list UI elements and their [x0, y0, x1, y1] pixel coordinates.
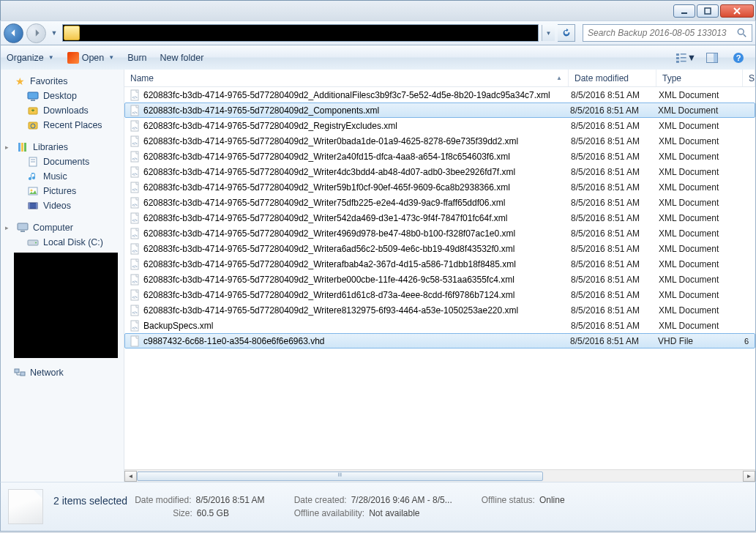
preview-pane-button[interactable]: [701, 50, 723, 66]
file-row[interactable]: </>620883fc-b3db-4714-9765-5d77280409d2_…: [124, 118, 755, 133]
open-button[interactable]: Open▼: [67, 52, 115, 64]
svg-point-33: [35, 242, 37, 244]
file-row[interactable]: </>620883fc-b3db-4714-9765-5d77280409d2_…: [124, 241, 755, 256]
offline-availability-label: Offline availability:: [294, 508, 365, 518]
libraries-icon: [17, 141, 29, 153]
file-row[interactable]: </>620883fc-b3db-4714-9765-5d77280409d2_…: [124, 195, 755, 210]
file-date: 8/5/2016 8:51 AM: [571, 321, 659, 331]
file-row[interactable]: </>620883fc-b3db-4714-9765-5d77280409d2_…: [124, 164, 755, 179]
file-icon: </>: [129, 320, 141, 332]
file-date: 8/5/2016 8:51 AM: [571, 275, 659, 285]
maximize-button[interactable]: [697, 4, 719, 18]
file-row[interactable]: </>620883fc-b3db-4714-9765-5d77280409d2_…: [124, 225, 755, 241]
date-created-value: 7/28/2016 9:46 AM - 8/5...: [351, 495, 452, 505]
forward-button[interactable]: [26, 23, 46, 43]
svg-point-26: [31, 190, 33, 192]
column-label: Date modified: [575, 73, 629, 83]
file-row[interactable]: </>620883fc-b3db-4714-9765-5d77280409d2_…: [124, 256, 755, 272]
file-row[interactable]: </>620883fc-b3db-4714-9765-5d77280409d2_…: [124, 149, 755, 164]
sidebar-item-videos[interactable]: Videos: [1, 198, 124, 213]
scroll-track[interactable]: [137, 471, 743, 482]
sidebar-item-documents[interactable]: Documents: [1, 154, 124, 169]
file-name: 620883fc-b3db-4714-9765-5d77280409d2_Wri…: [143, 213, 507, 223]
office-icon: [67, 52, 79, 64]
help-button[interactable]: ?: [727, 50, 749, 66]
size-value: 60.5 GB: [197, 508, 229, 518]
file-icon: </>: [129, 228, 141, 239]
file-row[interactable]: </>620883fc-b3db-4714-9765-5d77280409d2_…: [124, 87, 755, 102]
file-name: 620883fc-b3db-4714-9765-5d77280409d2_Wri…: [143, 259, 516, 269]
column-label: S: [749, 73, 755, 83]
svg-text:</>: </>: [132, 157, 137, 161]
svg-text:</>: </>: [132, 249, 137, 253]
sidebar-label: Network: [30, 368, 64, 378]
sidebar-item-music[interactable]: Music: [1, 169, 124, 184]
sidebar-favorites[interactable]: ★Favorites: [1, 74, 124, 89]
file-row[interactable]: </>620883fc-b3db-4714-9765-5d77280409d2_…: [124, 133, 755, 149]
file-list[interactable]: </>620883fc-b3db-4714-9765-5d77280409d2_…: [124, 87, 755, 469]
file-date: 8/5/2016 8:51 AM: [571, 228, 659, 239]
search-icon: [737, 28, 747, 38]
organize-button[interactable]: Organize▼: [7, 53, 54, 63]
file-size: 6: [744, 337, 755, 346]
history-dropdown[interactable]: ▼: [49, 29, 59, 37]
sidebar-computer[interactable]: ▸Computer: [1, 220, 124, 235]
file-date: 8/5/2016 8:51 AM: [571, 152, 659, 162]
file-icon: </>: [129, 243, 141, 255]
column-name[interactable]: Name▲: [124, 70, 569, 86]
column-type[interactable]: Type: [656, 70, 743, 86]
file-icon: </>: [129, 166, 141, 178]
close-button[interactable]: [720, 4, 754, 18]
file-row[interactable]: </>620883fc-b3db-4714-9765-5d77280409d2_…: [124, 302, 755, 318]
burn-button[interactable]: Burn: [127, 53, 146, 63]
chevron-down-icon: ▼: [48, 54, 54, 61]
horizontal-scrollbar[interactable]: ◄ ►: [124, 469, 755, 482]
file-row[interactable]: </>620883fc-b3db-4714-9765-5d77280409d2_…: [124, 102, 755, 118]
file-icon: </>: [129, 151, 141, 163]
sidebar-network[interactable]: Network: [1, 365, 124, 380]
sidebar-item-pictures[interactable]: Pictures: [1, 184, 124, 198]
new-folder-button[interactable]: New folder: [160, 53, 204, 63]
sidebar-libraries[interactable]: ▸Libraries: [1, 140, 124, 154]
downloads-icon: [27, 105, 39, 116]
file-date: 8/5/2016 8:51 AM: [571, 90, 659, 100]
file-row[interactable]: </>620883fc-b3db-4714-9765-5d77280409d2_…: [124, 210, 755, 225]
search-box[interactable]: [583, 24, 752, 42]
view-options-button[interactable]: ▼: [675, 50, 697, 66]
svg-rect-68: [131, 336, 138, 346]
file-date: 8/5/2016 8:51 AM: [571, 244, 659, 254]
svg-rect-34: [15, 369, 19, 373]
sidebar-item-desktop[interactable]: Desktop: [1, 89, 124, 103]
file-name: 620883fc-b3db-4714-9765-5d77280409d2_Wri…: [143, 290, 515, 300]
sidebar-item-recent[interactable]: Recent Places: [1, 118, 124, 133]
address-bar[interactable]: [62, 24, 539, 42]
file-row[interactable]: </>620883fc-b3db-4714-9765-5d77280409d2_…: [124, 272, 755, 287]
file-name: 620883fc-b3db-4714-9765-5d77280409d2_Wri…: [143, 198, 505, 208]
search-input[interactable]: [588, 28, 737, 38]
scroll-right-button[interactable]: ►: [743, 471, 755, 482]
address-dropdown[interactable]: ▼: [542, 25, 555, 41]
minimize-button[interactable]: [673, 4, 695, 18]
scroll-thumb[interactable]: [137, 471, 543, 481]
file-name: 620883fc-b3db-4714-9765-5d77280409d2_Wri…: [143, 305, 518, 316]
svg-text:</>: </>: [132, 326, 137, 330]
file-name: 620883fc-b3db-4714-9765-5d77280409d2_Wri…: [143, 182, 510, 193]
file-name: 620883fc-b3db-4714-9765-5d77280409d2_Wri…: [143, 152, 510, 162]
file-row[interactable]: c9887432-6c68-11e0-a354-806e6f6e6963.vhd…: [124, 333, 755, 348]
column-size[interactable]: S: [743, 70, 755, 86]
back-button[interactable]: [4, 23, 23, 43]
date-modified-value: 8/5/2016 8:51 AM: [196, 495, 265, 505]
file-row[interactable]: </>620883fc-b3db-4714-9765-5d77280409d2_…: [124, 179, 755, 195]
file-name: c9887432-6c68-11e0-a354-806e6f6e6963.vhd: [143, 336, 325, 346]
column-date[interactable]: Date modified: [569, 70, 656, 86]
file-type: XML Document: [659, 213, 745, 223]
sidebar-item-localdisk[interactable]: Local Disk (C:): [1, 235, 124, 250]
file-name: 620883fc-b3db-4714-9765-5d77280409d2_Wri…: [143, 228, 515, 239]
file-row[interactable]: </>BackupSpecs.xml8/5/2016 8:51 AMXML Do…: [124, 318, 755, 333]
file-type: XML Document: [659, 198, 745, 208]
file-row[interactable]: </>620883fc-b3db-4714-9765-5d77280409d2_…: [124, 287, 755, 302]
refresh-button[interactable]: [558, 24, 575, 42]
chevron-down-icon: ▼: [687, 53, 696, 63]
scroll-left-button[interactable]: ◄: [124, 471, 137, 482]
sidebar-item-downloads[interactable]: Downloads: [1, 103, 124, 118]
